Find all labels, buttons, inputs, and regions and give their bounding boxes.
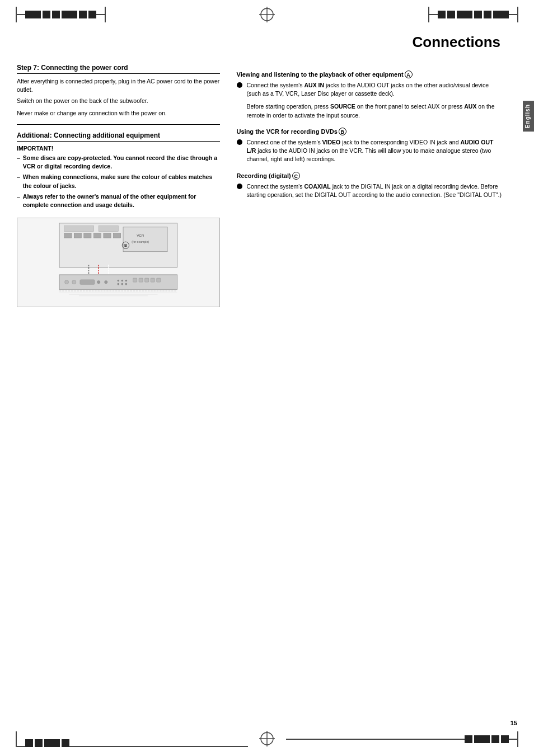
svg-rect-4 [64,226,94,232]
svg-rect-7 [74,233,81,238]
section-c: Recording (digital)C Connect the system'… [237,172,503,199]
label-b: B [339,128,346,135]
svg-rect-8 [84,233,91,238]
svg-rect-6 [64,233,72,238]
section-a-title: Viewing and listening to the playback of… [237,71,503,78]
section-a-note: Before starting operation, press SOURCE … [237,102,503,119]
svg-point-31 [125,283,128,285]
section-a: Viewing and listening to the playback of… [237,71,503,120]
svg-rect-11 [113,233,120,238]
page-number: 15 [0,720,534,726]
section-c-bullet: Connect the system's COAXIAL jack to the… [237,182,503,199]
svg-point-27 [121,280,124,282]
section-a-bullet: Connect the system's AUX IN jacks to the… [237,81,503,98]
step7-para2: Switch on the power on the back of the s… [17,97,220,105]
important-label: IMPORTANT! [17,145,220,152]
svg-rect-9 [93,233,101,238]
language-tab: English [523,101,534,132]
svg-rect-12 [123,227,167,252]
connection-diagram: VCR (for example) B [17,218,220,307]
section-b-bullet: Connect one of the system's VIDEO jack t… [237,138,503,164]
step7-para1: After everything is connected properly, … [17,77,220,94]
svg-point-21 [65,280,69,284]
section-b-title: Using the VCR for recording DVDsB [237,128,503,135]
additional-item-3: – Always refer to the owner's manual of … [17,192,220,209]
bullet-icon [237,139,242,145]
svg-text:(for example): (for example) [132,240,149,243]
svg-point-25 [105,281,107,284]
step7-title: Step 7: Connecting the power cord [17,64,220,74]
label-c: C [292,172,300,180]
section-c-title: Recording (digital)C [237,172,503,180]
svg-point-29 [118,283,120,285]
center-registration-mark [259,7,275,22]
svg-rect-34 [145,278,149,282]
svg-rect-32 [133,278,137,282]
section-b: Using the VCR for recording DVDsB Connec… [237,128,503,164]
bullet-icon [237,184,242,189]
svg-rect-35 [151,278,154,282]
additional-title: Additional: Connecting additional equipm… [17,132,220,142]
step7-para3: Never make or change any connection with… [17,109,220,118]
bottom-center-registration-mark [259,731,275,746]
svg-point-22 [72,280,76,284]
svg-rect-36 [157,278,161,282]
svg-rect-23 [80,280,95,285]
svg-text:B: B [124,243,127,247]
bullet-icon [237,82,242,88]
additional-item-1: – Some discs are copy-protected. You can… [17,154,220,171]
page-title: Connections [0,31,534,51]
label-a: A [405,71,413,78]
svg-rect-5 [99,226,118,232]
svg-rect-33 [139,278,143,282]
svg-text:VCR: VCR [137,234,144,238]
svg-point-26 [118,280,120,282]
additional-item-2: – When making connections, make sure the… [17,173,220,190]
svg-point-28 [125,280,128,282]
svg-point-30 [121,283,124,285]
svg-rect-10 [104,233,111,238]
svg-point-24 [97,281,100,284]
